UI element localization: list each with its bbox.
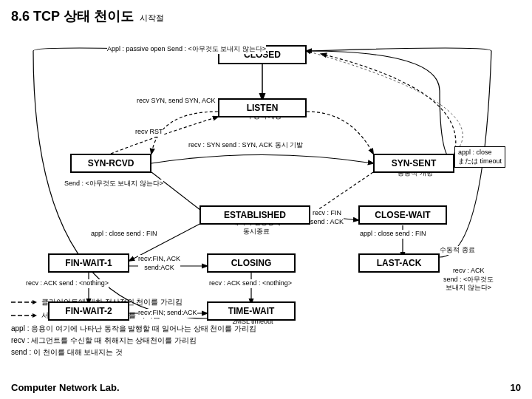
label-closing-timewait: recv : ACK send : <nothing> bbox=[209, 279, 292, 288]
state-listen: LISTEN bbox=[218, 98, 307, 117]
label-passive-open: Appl : passive open Send : <아무것도 보내지 않는다… bbox=[107, 45, 266, 54]
state-timewait: TIME-WAIT bbox=[207, 301, 296, 321]
label-recv-rst: recv RST bbox=[135, 128, 163, 137]
state-synrcvd: SYN-RCVD bbox=[70, 154, 151, 173]
label-lastack-closed: recv : ACKsend : <아무것도보내지 않는다> bbox=[443, 267, 494, 293]
label-recv-ack-fw1: recv : ACK send : <nothing> bbox=[26, 279, 109, 288]
page-title: 8.6 TCP 상태 천이도 bbox=[11, 7, 134, 25]
state-finwait2: FIN-WAIT-2 bbox=[48, 301, 129, 321]
state-closing: CLOSING bbox=[207, 253, 296, 273]
label-send-nothing: Send : <아무것도 보내지 않는다> bbox=[64, 180, 163, 188]
footer-page: 10 bbox=[511, 382, 521, 393]
state-closewait: CLOSE-WAIT bbox=[358, 205, 447, 225]
state-synsent: SYN-SENT bbox=[373, 154, 454, 173]
legend-recv: recv : 세그먼트를 수신할 때 취해지는 상태천이를 가리킴 bbox=[11, 335, 256, 347]
subtitle: 시작절 bbox=[140, 13, 164, 24]
legend-send: send : 이 천이를 대해 보내지는 것 bbox=[11, 347, 256, 358]
label-close-wait-fin: appl : close send : FIN bbox=[360, 230, 426, 239]
label-recv-fin-ack: recv : FINsend : ACK bbox=[310, 209, 344, 226]
label-fw2-timewait: recv:FIN; send:ACK bbox=[138, 309, 197, 318]
label-passive-close: 수동적 종료 bbox=[440, 246, 475, 255]
page: 8.6 TCP 상태 천이도 시작절 bbox=[0, 0, 532, 399]
diagram-area: CLOSED Appl : passive open Send : <아무것도 … bbox=[11, 32, 521, 327]
footer: Computer Network Lab. 10 bbox=[11, 382, 521, 393]
label-appl-close-fin: appl : close send : FIN bbox=[91, 230, 157, 239]
label-syn-ack-dashed: recv SYN, send SYN, ACK bbox=[137, 97, 216, 106]
label-fin-wait1-closing: recv:FIN, ACKsend:ACK bbox=[138, 255, 180, 272]
footer-lab: Computer Network Lab. bbox=[11, 382, 120, 393]
state-finwait1: FIN-WAIT-1 bbox=[48, 253, 129, 273]
annot-appl-close: appl : closeまたは timeout bbox=[454, 146, 505, 168]
svg-line-1 bbox=[151, 172, 207, 215]
state-established: ESTABLISHED bbox=[200, 205, 310, 225]
state-lastack: LAST-ACK bbox=[358, 253, 440, 273]
label-simultaneous: recv : SYN send : SYN, ACK 동시 기발 bbox=[188, 141, 303, 150]
